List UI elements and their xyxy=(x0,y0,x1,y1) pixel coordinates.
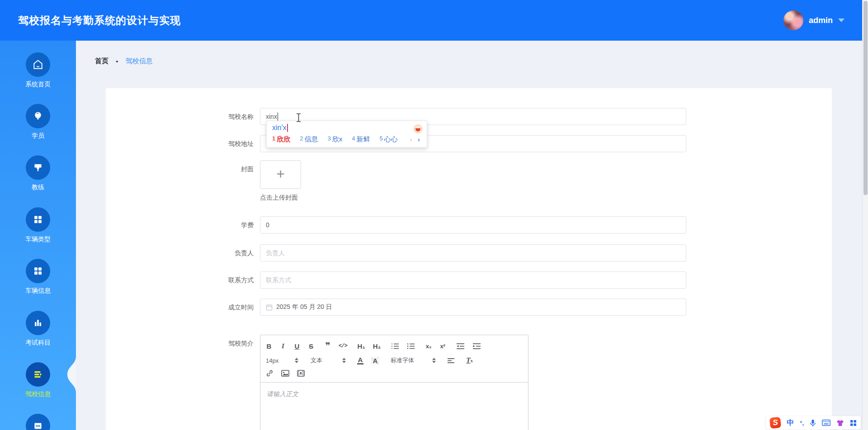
sidebar-item-coaches[interactable]: 教练 xyxy=(0,155,76,191)
calendar-icon xyxy=(266,304,273,311)
sidebar-item-vehicle-info[interactable]: 车辆信息 xyxy=(0,259,76,294)
outdent-button[interactable] xyxy=(456,343,465,350)
bold-button[interactable]: B xyxy=(266,342,272,350)
app-window: 驾校报名与考勤系统的设计与实现 admin 系统首页 学员 xyxy=(0,0,868,430)
active-item-notch xyxy=(66,356,76,393)
field-label-intro: 驾校简介 xyxy=(106,335,254,352)
clear-format-x: x xyxy=(471,358,473,363)
tuition-value: 0 xyxy=(266,221,269,229)
grid-icon xyxy=(26,259,50,283)
paragraph-style-value: 文本 xyxy=(311,356,322,365)
ordered-list-button[interactable] xyxy=(391,343,399,350)
breadcrumb-home: 首页 xyxy=(95,57,108,65)
skin-icon[interactable] xyxy=(836,420,844,426)
sogou-logo-icon[interactable]: S xyxy=(769,417,781,429)
breadcrumb-separator: ● xyxy=(116,59,118,64)
sidebar-item-label: 系统首页 xyxy=(0,80,76,88)
heading2-button[interactable]: H₂ xyxy=(373,342,381,350)
brush-icon xyxy=(26,155,50,180)
manager-input[interactable] xyxy=(260,244,686,262)
ime-candidates: 1 欣欣 2 信息 3 欣x 4 新鲜 5 心心 xyxy=(272,135,421,144)
clear-format-t: T xyxy=(466,356,471,365)
paragraph-style-picker[interactable]: 文本 xyxy=(311,356,346,365)
grid-icon xyxy=(26,207,50,232)
blockquote-button[interactable]: ❞ xyxy=(325,344,331,348)
subscript-button[interactable]: x₂ xyxy=(425,343,432,350)
field-label-address: 驾校地址 xyxy=(106,135,254,152)
sidebar-item-more[interactable] xyxy=(0,414,76,430)
editor-placeholder: 请输入正文 xyxy=(267,390,298,397)
sidebar-item-home[interactable]: 系统首页 xyxy=(0,52,76,88)
field-label-tuition: 学费 xyxy=(106,216,254,234)
sort-arrows-icon xyxy=(295,358,298,363)
scrollbar-track[interactable] xyxy=(862,0,868,430)
avatar xyxy=(783,10,803,30)
bar-chart-icon xyxy=(26,311,50,335)
superscript-button[interactable]: x² xyxy=(439,343,446,350)
italic-button[interactable]: I xyxy=(280,342,286,350)
breadcrumb: 首页 ● 驾校信息 xyxy=(95,57,152,65)
ime-taskbar: S 中 °, xyxy=(766,416,861,430)
bulb-icon xyxy=(26,104,50,128)
main-content: 首页 ● 驾校信息 驾校名称 xinx 驾校地址 封面 + xyxy=(76,41,868,430)
link-button[interactable] xyxy=(266,369,274,377)
rich-text-editor: B I U S ❞ </> H₁ H₂ xyxy=(260,335,528,430)
dots-icon xyxy=(26,414,50,430)
field-label-manager: 负责人 xyxy=(106,244,254,262)
chinese-mode-icon[interactable]: 中 xyxy=(787,418,794,428)
text-color-button[interactable]: A xyxy=(357,357,363,365)
punctuation-mode-icon[interactable]: °, xyxy=(800,420,804,426)
list-arrow-icon xyxy=(26,362,50,387)
toolbox-grid-icon[interactable] xyxy=(850,420,857,426)
ime-paging: ‹ › xyxy=(410,136,420,143)
field-label-contact: 联系方式 xyxy=(106,271,254,289)
video-button[interactable] xyxy=(297,370,305,377)
plus-icon: + xyxy=(276,167,285,181)
bullet-list-button[interactable] xyxy=(407,343,415,350)
field-label-name: 驾校名称 xyxy=(106,108,254,125)
cover-upload-hint: 点击上传封面 xyxy=(260,193,298,202)
cover-upload-box[interactable]: + xyxy=(260,160,301,189)
ime-candidate-3[interactable]: 3 欣x xyxy=(327,135,342,144)
sidebar-item-school-info[interactable]: 驾校信息 xyxy=(0,362,76,398)
sidebar-item-students[interactable]: 学员 xyxy=(0,104,76,140)
ime-candidate-4[interactable]: 4 新鲜 xyxy=(352,135,370,144)
editor-body[interactable]: 请输入正文 xyxy=(260,383,528,430)
keyboard-icon[interactable] xyxy=(822,420,830,426)
field-label-cover: 封面 xyxy=(106,160,254,178)
background-color-button[interactable]: A xyxy=(371,357,379,365)
sidebar-item-vehicle-types[interactable]: 车辆类型 xyxy=(0,207,76,243)
user-menu[interactable]: admin xyxy=(783,10,844,31)
breadcrumb-current[interactable]: 驾校信息 xyxy=(125,57,152,65)
tuition-input[interactable]: 0 xyxy=(260,216,686,234)
sidebar-item-exam-subjects[interactable]: 考试科目 xyxy=(0,311,76,346)
ime-candidate-1[interactable]: 1 欣欣 xyxy=(272,135,290,144)
scrollbar-thumb[interactable] xyxy=(863,1,868,195)
align-button[interactable] xyxy=(447,358,455,364)
microphone-icon[interactable] xyxy=(810,419,816,427)
strikethrough-button[interactable]: S xyxy=(308,342,314,350)
indent-button[interactable] xyxy=(472,343,481,350)
underline-button[interactable]: U xyxy=(294,342,300,350)
contact-input[interactable] xyxy=(260,271,686,289)
sidebar-item-label: 车辆类型 xyxy=(0,235,76,243)
username-label: admin xyxy=(809,16,833,25)
ime-candidate-2[interactable]: 2 信息 xyxy=(300,135,318,144)
image-button[interactable] xyxy=(281,370,289,377)
ime-prev-page[interactable]: ‹ xyxy=(410,136,412,143)
sidebar-item-label: 学员 xyxy=(0,131,76,140)
sort-arrows-icon xyxy=(432,358,436,363)
heading1-button[interactable]: H₁ xyxy=(358,342,365,350)
clear-format-button[interactable]: Tx xyxy=(466,356,473,365)
code-block-button[interactable]: </> xyxy=(339,343,347,349)
editor-toolbar: B I U S ❞ </> H₁ H₂ xyxy=(260,335,528,383)
ime-next-page[interactable]: › xyxy=(418,136,420,143)
emoji-button[interactable] xyxy=(414,125,422,133)
sidebar-item-label: 教练 xyxy=(0,183,76,191)
ime-composition-text: xin'x xyxy=(272,124,287,132)
ime-candidate-5[interactable]: 5 心心 xyxy=(379,135,397,144)
font-size-picker[interactable]: 14px xyxy=(266,357,298,364)
founded-date-input[interactable]: 2025 年 05 月 20 日 xyxy=(260,299,686,316)
ime-composition: xin'x xyxy=(272,124,421,132)
font-family-picker[interactable]: 标准字体 xyxy=(391,356,436,365)
